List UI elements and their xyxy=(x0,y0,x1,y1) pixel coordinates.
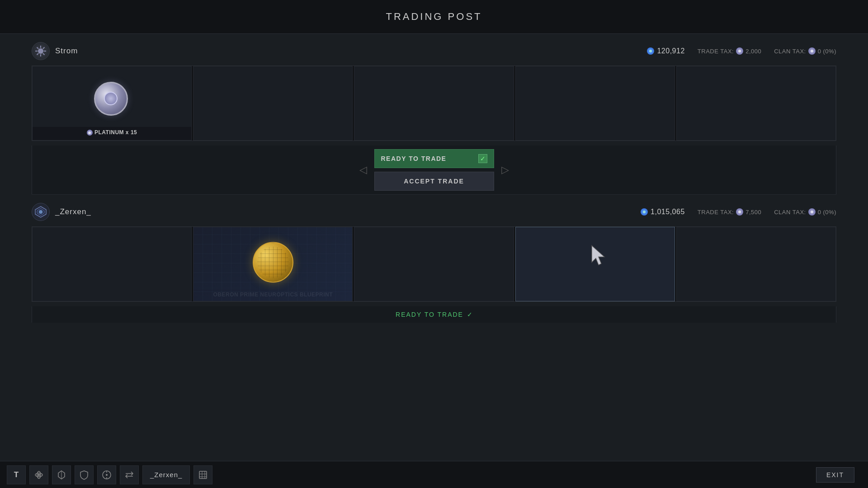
player1-avatar xyxy=(32,42,50,60)
player2-slot-3[interactable] xyxy=(354,227,514,301)
shield-icon-button[interactable] xyxy=(75,465,94,484)
player2-taxes: 1,015,065 TRADE TAX: 7,500 CLAN TAX: 0 (… xyxy=(641,208,836,216)
cursor-icon xyxy=(590,244,608,268)
arrow-right-icon: ▷ xyxy=(501,164,509,176)
player2-slots: OBERON PRIME NEUROPTICS BLUEPRINT xyxy=(32,226,836,302)
page-title: TRADING POST xyxy=(386,11,482,23)
svg-line-6 xyxy=(43,53,45,55)
svg-line-7 xyxy=(43,47,45,49)
player2-section: _Zerxen_ 1,015,065 TRADE TAX: 7,500 CLAN… xyxy=(32,195,836,306)
warframe-silhouette-icon xyxy=(57,470,66,480)
faction-icon-button[interactable] xyxy=(29,465,48,484)
accept-trade-button[interactable]: ACCEPT TRADE xyxy=(374,172,494,191)
chat-icon-button[interactable]: T xyxy=(7,465,26,484)
player2-balance: 1,015,065 xyxy=(641,208,685,216)
ready-checkbox[interactable]: ✓ xyxy=(478,154,487,163)
warframe-icon-button[interactable] xyxy=(52,465,71,484)
svg-point-15 xyxy=(38,474,40,476)
strom-avatar-icon xyxy=(34,45,47,57)
bottom-bar: T _Zerxen_ xyxy=(0,461,868,488)
ready-bottom-label: READY TO TRADE xyxy=(396,311,463,318)
exit-label: EXIT xyxy=(826,471,844,479)
platinum-coin-img xyxy=(94,82,130,118)
player2-avatar xyxy=(32,203,50,221)
navigation-icon-button[interactable] xyxy=(97,465,116,484)
slot-plat-icon xyxy=(87,130,93,136)
svg-point-0 xyxy=(38,48,43,54)
svg-marker-12 xyxy=(592,246,604,265)
trade-controls-row: ◁ READY TO TRADE ✓ ACCEPT TRADE ▷ xyxy=(32,145,836,194)
player1-slot-3[interactable] xyxy=(354,66,514,141)
arrow-left-icon: ◁ xyxy=(359,164,367,176)
player1-section: Strom 120,912 TRADE TAX: 2,000 CLAN TAX:… xyxy=(32,34,836,145)
player2-slot-4[interactable] xyxy=(515,227,675,301)
lotus-icon xyxy=(34,470,44,480)
plat-icon-2 xyxy=(808,47,816,55)
ready-to-trade-label: READY TO TRADE xyxy=(381,155,447,162)
svg-line-5 xyxy=(37,47,39,49)
currency-icon-2 xyxy=(641,208,648,216)
shield-icon xyxy=(79,470,89,480)
player2-clan-tax: CLAN TAX: 0 (0%) xyxy=(774,208,836,216)
player1-slot-2[interactable] xyxy=(193,66,353,141)
player1-balance: 120,912 xyxy=(647,47,684,55)
currency-icon-1 xyxy=(647,47,654,55)
cursor-in-slot xyxy=(590,244,608,270)
exchange-icon xyxy=(124,470,134,480)
player1-slot-1-label: PLATINUM x 15 xyxy=(33,127,191,140)
player1-slot-5[interactable] xyxy=(676,66,836,141)
trade-buttons: READY TO TRADE ✓ ACCEPT TRADE xyxy=(374,149,494,191)
player1-clan-tax: CLAN TAX: 0 (0%) xyxy=(774,47,836,55)
player1-taxes: 120,912 TRADE TAX: 2,000 CLAN TAX: 0 (0%… xyxy=(647,47,836,55)
plat-icon-3 xyxy=(736,208,743,216)
plat-icon-1 xyxy=(736,47,743,55)
inventory-icon-button[interactable] xyxy=(193,465,212,484)
player2-slot-5[interactable] xyxy=(676,227,836,301)
compass-icon xyxy=(102,470,112,480)
trade-icon-button[interactable] xyxy=(120,465,139,484)
zerxen-avatar-icon xyxy=(34,205,47,219)
player2-info: _Zerxen_ xyxy=(32,203,91,221)
svg-point-19 xyxy=(106,474,108,476)
player2-trade-tax: TRADE TAX: 7,500 xyxy=(698,208,761,216)
player1-slot-4[interactable] xyxy=(515,66,675,141)
plat-icon-4 xyxy=(808,208,816,216)
player2-header: _Zerxen_ 1,015,065 TRADE TAX: 7,500 CLAN… xyxy=(32,203,836,221)
svg-point-11 xyxy=(39,210,42,214)
player1-trade-tax: TRADE TAX: 2,000 xyxy=(698,47,761,55)
ready-bottom-check: ✓ xyxy=(467,311,472,318)
ready-to-trade-button[interactable]: READY TO TRADE ✓ xyxy=(374,149,494,168)
player-tag[interactable]: _Zerxen_ xyxy=(142,465,190,484)
inventory-icon xyxy=(198,470,208,480)
player2-name: _Zerxen_ xyxy=(55,207,91,216)
top-bar: TRADING POST xyxy=(0,0,868,34)
player2-slot-1[interactable] xyxy=(32,227,192,301)
player1-header: Strom 120,912 TRADE TAX: 2,000 CLAN TAX:… xyxy=(32,42,836,60)
trading-area: Strom 120,912 TRADE TAX: 2,000 CLAN TAX:… xyxy=(0,34,868,323)
player-tag-label: _Zerxen_ xyxy=(150,471,182,479)
accept-trade-label: ACCEPT TRADE xyxy=(404,178,464,185)
svg-line-8 xyxy=(37,53,39,55)
player2-slot-2[interactable]: OBERON PRIME NEUROPTICS BLUEPRINT xyxy=(193,227,353,301)
exit-button[interactable]: EXIT xyxy=(816,467,854,483)
svg-rect-22 xyxy=(199,471,207,479)
player1-name: Strom xyxy=(55,47,78,56)
blueprint-img xyxy=(253,242,293,282)
player1-slots: PLATINUM x 15 xyxy=(32,66,836,141)
ready-bottom-row: READY TO TRADE ✓ xyxy=(32,306,836,323)
player1-slot-1[interactable]: PLATINUM x 15 xyxy=(32,66,192,141)
player1-info: Strom xyxy=(32,42,78,60)
